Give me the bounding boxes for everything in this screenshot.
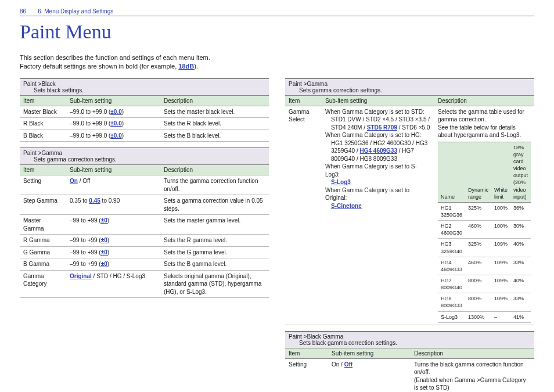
black-gamma-table: ItemSub-item settingDescription Setting … [285, 348, 534, 392]
intro-line-1: This section describes the function and … [20, 53, 534, 62]
left-column: Paint >Black Sets black settings. ItemSu… [20, 78, 269, 392]
table-row: Setting On / Off Turns the black gamma c… [285, 358, 534, 392]
section-title: Paint >Black Sets black settings. [20, 78, 269, 95]
table-row: HG4 4609G33460%109%33% [438, 257, 531, 275]
table-row: Master Gamma–99 to +99 (±0)Sets the mast… [20, 215, 269, 235]
default-example[interactable]: 18dB [178, 63, 194, 70]
table-row: B Black–99.0 to +99.0 (±0.0)Sets the B b… [20, 130, 269, 142]
columns: Paint >Black Sets black settings. ItemSu… [20, 78, 534, 392]
section-gamma-right: Paint >Gamma Sets gamma correction setti… [285, 78, 534, 325]
table-row: S-Log31300%–41% [438, 311, 531, 322]
table-row: Gamma CategoryOriginal / STD / HG / S-Lo… [20, 270, 269, 298]
gamma-table-right: ItemSub-item settingDescription Gamma Se… [285, 95, 534, 325]
page: 86 6. Menu Display and Settings Paint Me… [0, 0, 554, 392]
intro-text: This section describes the function and … [20, 53, 534, 71]
section-black-gamma: Paint >Black Gamma Sets black gamma corr… [285, 331, 534, 392]
page-number: 86 [20, 8, 26, 15]
table-row: Step Gamma0.35 to 0.45 to 0.90Sets a gam… [20, 195, 269, 215]
table-row: R Gamma–99 to +99 (±0)Sets the R gamma l… [20, 235, 269, 247]
table-row: HG1 3250G36325%100%36% [438, 202, 531, 220]
table-row: HG2 4600G30460%100%30% [438, 221, 531, 239]
page-header: 86 6. Menu Display and Settings [20, 8, 534, 16]
table-row: Master Black–99.0 to +99.0 (±0.0)Sets th… [20, 106, 269, 118]
black-table: ItemSub-item settingDescription Master B… [20, 95, 269, 142]
breadcrumb: 6. Menu Display and Settings [38, 8, 113, 15]
hypergamma-table: NameDynamic rangeWhite limit18% gray car… [438, 142, 531, 323]
page-title: Paint Menu [20, 21, 534, 43]
table-row: R Black–99.0 to +99.0 (±0.0)Sets the R b… [20, 118, 269, 130]
section-gamma-left: Paint >Gamma Sets gamma correction setti… [20, 148, 269, 298]
right-column: Paint >Gamma Sets gamma correction setti… [285, 78, 534, 392]
gamma-table-left: ItemSub-item settingDescription SettingO… [20, 164, 269, 298]
gamma-select-options: When Gamma Category is set to STD: STD1 … [322, 106, 434, 325]
section-title: Paint >Gamma Sets gamma correction setti… [285, 78, 534, 95]
table-row: B Gamma–99 to +99 (±0)Sets the B gamma l… [20, 258, 269, 271]
gamma-select-desc: Selects the gamma table used for gamma c… [434, 106, 534, 325]
intro-line-2: Factory default settings are shown in bo… [20, 62, 534, 71]
table-row: HG8 8009G33800%109%33% [438, 293, 531, 311]
table-row: HG3 3259G40325%109%40% [438, 239, 531, 257]
table-row: HG7 8009G40800%109%40% [438, 275, 531, 293]
section-black: Paint >Black Sets black settings. ItemSu… [20, 78, 269, 142]
table-row-gamma-select: Gamma Select When Gamma Category is set … [285, 106, 534, 325]
section-title: Paint >Gamma Sets gamma correction setti… [20, 148, 269, 164]
section-title: Paint >Black Gamma Sets black gamma corr… [285, 331, 534, 348]
table-row: G Gamma–99 to +99 (±0)Sets the G gamma l… [20, 246, 269, 258]
table-row: SettingOn / OffTurns the gamma correctio… [20, 175, 269, 195]
